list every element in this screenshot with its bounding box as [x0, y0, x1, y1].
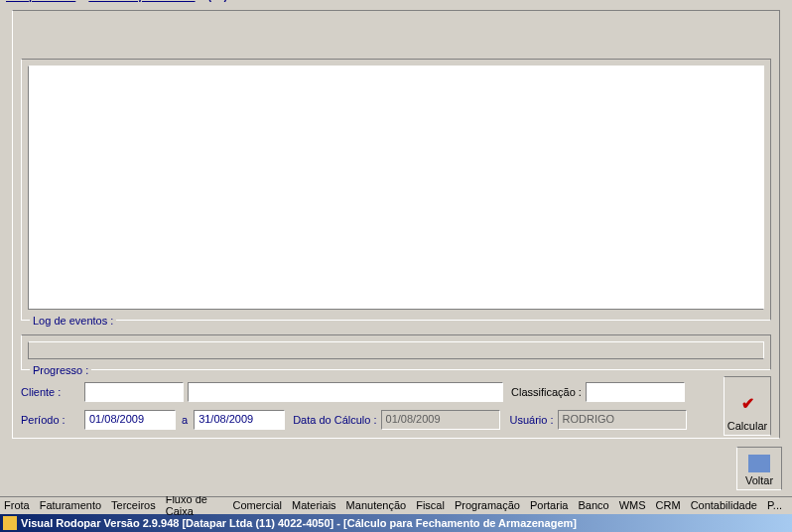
input-cliente-nome[interactable]	[188, 382, 503, 402]
row-cliente: Cliente : Classificação :	[21, 382, 771, 402]
menu-terceiros[interactable]: Terceiros	[111, 500, 156, 512]
input-periodo-ate[interactable]: 31/08/2009	[194, 410, 285, 430]
input-classificacao[interactable]	[586, 382, 685, 402]
input-cliente-code[interactable]	[84, 382, 184, 402]
footer-sep2: \	[203, 0, 206, 2]
app-icon	[3, 516, 17, 530]
menu-crm[interactable]: CRM	[656, 500, 681, 512]
label-data-calculo: Data do Cálculo :	[293, 414, 376, 426]
label-a: a	[182, 414, 188, 426]
menu-contabilidade[interactable]: Contabilidade	[691, 500, 757, 512]
footer-sep1: \	[83, 0, 86, 2]
toolbar-zone: Voltar	[0, 441, 792, 496]
voltar-label: Voltar	[745, 474, 773, 486]
input-usuario: RODRIGO	[558, 410, 687, 430]
footer-url[interactable]: www.datapar.com.br	[88, 0, 195, 2]
menu-frota[interactable]: Frota	[4, 500, 30, 512]
input-data-calculo: 01/08/2009	[381, 410, 500, 430]
menu-banco[interactable]: Banco	[578, 500, 608, 512]
voltar-button[interactable]: Voltar	[736, 447, 782, 490]
window-titlebar: Visual Rodopar Versão 2.9.948 [Datapar L…	[0, 514, 792, 532]
menu-wms[interactable]: WMS	[619, 500, 646, 512]
menu-overflow[interactable]: P...	[767, 500, 782, 512]
progress-bar	[28, 341, 764, 359]
footer-company: Datapar Ltda.	[6, 0, 75, 2]
window-title: Visual Rodopar Versão 2.9.948 [Datapar L…	[21, 517, 577, 529]
log-textarea[interactable]	[28, 66, 764, 310]
legend-log: Log de eventos :	[30, 315, 116, 327]
menu-faturamento[interactable]: Faturamento	[40, 500, 101, 512]
calcular-label: Calcular	[725, 420, 770, 432]
voltar-icon	[748, 455, 770, 472]
label-periodo: Período :	[21, 414, 80, 426]
menu-bar: Frota Faturamento Terceiros Fluxo de Cai…	[0, 496, 792, 514]
label-cliente: Cliente :	[21, 386, 80, 398]
menu-fiscal[interactable]: Fiscal	[416, 500, 445, 512]
status-bar: Datapar Ltda. \ www.datapar.com.br \ (11…	[0, 0, 792, 4]
fieldset-log: Log de eventos :	[21, 59, 771, 321]
menu-fluxo-caixa[interactable]: Fluxo de Caixa	[166, 494, 223, 518]
menu-materiais[interactable]: Materiais	[292, 500, 336, 512]
menu-portaria[interactable]: Portaria	[530, 500, 569, 512]
input-periodo-de[interactable]: 01/08/2009	[84, 410, 176, 430]
menu-manutencao[interactable]: Manutenção	[346, 500, 407, 512]
legend-progresso: Progresso :	[30, 364, 91, 376]
fieldset-progresso: Progresso :	[21, 334, 771, 370]
label-usuario: Usuário :	[510, 414, 554, 426]
label-classificacao: Classificação :	[511, 386, 582, 398]
menu-programacao[interactable]: Programação	[455, 500, 520, 512]
menu-comercial[interactable]: Comercial	[232, 500, 282, 512]
footer-phone: (11) 4022-4050	[208, 0, 283, 2]
row-periodo: Período : 01/08/2009 a 31/08/2009 Data d…	[21, 410, 771, 430]
main-panel: Período : 01/08/2009 a 31/08/2009 Data d…	[12, 10, 780, 439]
